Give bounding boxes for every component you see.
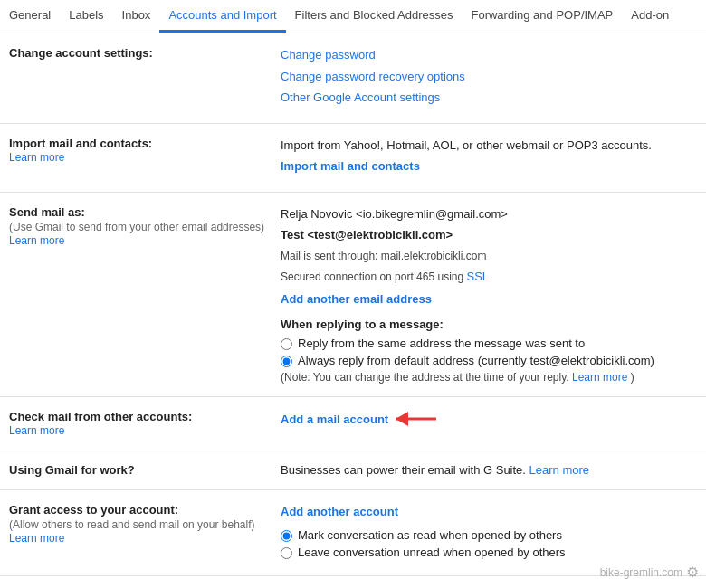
grant-access-learn-more[interactable]: Learn more xyxy=(9,532,64,545)
import-title: Import mail and contacts: xyxy=(9,137,266,150)
reply-radio-same-label: Reply from the same address the message … xyxy=(298,337,585,350)
main-content: Change account settings: Change password… xyxy=(0,33,706,588)
section-left-grant-access: Grant access to your account: (Allow oth… xyxy=(0,503,281,563)
send-mail-email2-label: Test <test@elektrobicikli.com> xyxy=(281,226,688,244)
change-password-link[interactable]: Change password xyxy=(281,48,376,62)
section-right-send-mail: Relja Novovic <io.bikegremlin@gmail.com>… xyxy=(281,205,697,384)
leave-unread-radio: Leave conversation unread when opened by… xyxy=(281,545,688,559)
mark-read-radio: Mark conversation as read when opened by… xyxy=(281,528,688,542)
reply-radio-default: Always reply from default address (curre… xyxy=(281,354,688,367)
reply-options: When replying to a message: Reply from t… xyxy=(281,316,688,384)
mark-read-label: Mark conversation as read when opened by… xyxy=(298,528,562,542)
add-another-account-link[interactable]: Add another account xyxy=(281,505,398,518)
top-navigation: General Labels Inbox Accounts and Import… xyxy=(0,0,706,33)
red-arrow-annotation xyxy=(396,410,450,428)
add-mail-account-link[interactable]: Add a mail account xyxy=(281,413,388,426)
leave-unread-label: Leave conversation unread when opened by… xyxy=(298,545,566,559)
section-right-change-account: Change password Change password recovery… xyxy=(281,46,697,110)
send-mail-email2-line2: Secured connection on port 465 using SSL xyxy=(281,268,688,286)
import-description: Import from Yahoo!, Hotmail, AOL, or oth… xyxy=(281,137,688,155)
nav-inbox[interactable]: Inbox xyxy=(113,1,160,33)
section-right-check-mail: Add a mail account xyxy=(281,410,697,437)
change-account-section: Change account settings: Change password… xyxy=(0,33,706,124)
import-learn-more[interactable]: Learn more xyxy=(9,151,64,164)
import-mail-section: Import mail and contacts: Learn more Imp… xyxy=(0,124,706,193)
reply-radio-same-input[interactable] xyxy=(281,338,292,350)
conversation-options: Mark conversation as read when opened by… xyxy=(281,528,688,559)
section-left-gmail-work: Using Gmail for work? xyxy=(0,463,281,477)
add-mail-arrow-container: Add a mail account xyxy=(281,410,688,428)
send-mail-subtitle: (Use Gmail to send from your other email… xyxy=(9,221,266,233)
gmail-work-learn-more[interactable]: Learn more xyxy=(530,463,589,477)
section-left-import: Import mail and contacts: Learn more xyxy=(0,137,281,179)
nav-labels[interactable]: Labels xyxy=(60,1,112,33)
add-email-link[interactable]: Add another email address xyxy=(281,292,432,306)
mark-read-radio-input[interactable] xyxy=(281,530,292,542)
send-mail-section: Send mail as: (Use Gmail to send from yo… xyxy=(0,193,706,398)
reply-label: When replying to a message: xyxy=(281,316,688,334)
gmail-work-title: Using Gmail for work? xyxy=(9,463,266,477)
reply-learn-more[interactable]: Learn more xyxy=(572,371,627,384)
nav-filters[interactable]: Filters and Blocked Addresses xyxy=(286,1,463,33)
nav-accounts-import[interactable]: Accounts and Import xyxy=(159,1,285,33)
send-mail-email2-line1: Mail is sent through: mail.elektrobicikl… xyxy=(281,248,688,264)
gmail-work-description: Businesses can power their email with G … xyxy=(281,463,526,477)
watermark-text: bike-gremlin.com xyxy=(600,566,682,579)
import-action-link[interactable]: Import mail and contacts xyxy=(281,159,420,173)
check-mail-section: Check mail from other accounts: Learn mo… xyxy=(0,397,706,450)
reply-radio-same: Reply from the same address the message … xyxy=(281,337,688,350)
reply-note: (Note: You can change the address at the… xyxy=(281,371,688,384)
send-mail-email1: Relja Novovic <io.bikegremlin@gmail.com> xyxy=(281,205,688,223)
check-mail-title: Check mail from other accounts: xyxy=(9,410,266,423)
google-account-settings-link[interactable]: Other Google Account settings xyxy=(281,90,440,104)
send-mail-title: Send mail as: xyxy=(9,205,266,219)
gmail-work-section: Using Gmail for work? Businesses can pow… xyxy=(0,450,706,490)
change-recovery-link[interactable]: Change password recovery options xyxy=(281,70,465,83)
ssl-link[interactable]: SSL xyxy=(467,270,490,283)
section-right-gmail-work: Businesses can power their email with G … xyxy=(281,463,697,477)
nav-addons[interactable]: Add-on xyxy=(622,1,678,33)
change-account-title: Change account settings: xyxy=(9,46,266,60)
section-left-send-mail: Send mail as: (Use Gmail to send from yo… xyxy=(0,205,281,384)
check-mail-learn-more[interactable]: Learn more xyxy=(9,424,64,437)
nav-general[interactable]: General xyxy=(0,1,60,33)
section-right-import: Import from Yahoo!, Hotmail, AOL, or oth… xyxy=(281,137,697,179)
send-mail-learn-more[interactable]: Learn more xyxy=(9,234,64,247)
section-right-grant-access: Add another account Mark conversation as… xyxy=(281,503,697,563)
section-left-change-account: Change account settings: xyxy=(0,46,281,110)
section-left-check-mail: Check mail from other accounts: Learn mo… xyxy=(0,410,281,437)
gear-icon: ⚙ xyxy=(686,564,699,581)
grant-access-title: Grant access to your account: xyxy=(9,503,266,517)
nav-forwarding[interactable]: Forwarding and POP/IMAP xyxy=(462,1,622,33)
watermark: bike-gremlin.com ⚙ xyxy=(600,564,699,581)
reply-radio-default-label: Always reply from default address (curre… xyxy=(298,354,654,367)
reply-radio-default-input[interactable] xyxy=(281,356,292,367)
grant-access-subtitle: (Allow others to read and send mail on y… xyxy=(9,518,266,531)
leave-unread-radio-input[interactable] xyxy=(281,547,292,559)
